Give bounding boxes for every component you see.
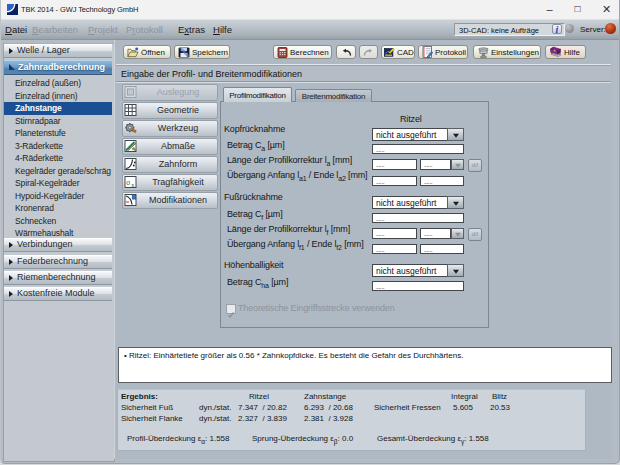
svg-text:σ: σ bbox=[126, 178, 130, 187]
svg-text:x: x bbox=[131, 182, 134, 188]
